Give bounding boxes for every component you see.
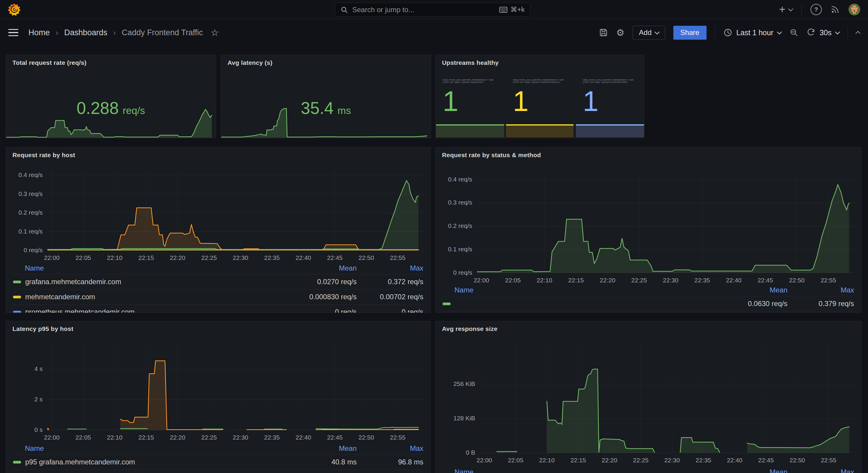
refresh-controls[interactable]: 30s [807, 28, 839, 37]
breadcrumb-home[interactable]: Home [28, 28, 50, 37]
x-axis-tick: 22:05 [498, 457, 533, 464]
stat-unit: ms [337, 105, 351, 116]
legend-series[interactable]: p95 grafana.mehmetcandemir.com [13, 458, 280, 466]
legend-header-mean[interactable]: Mean [280, 444, 357, 452]
panel-title[interactable]: Latency p95 by host [12, 325, 73, 332]
dashboard-toolbar: Home › Dashboards › Caddy Frontend Traff… [0, 19, 868, 46]
x-axis-tick: 22:50 [779, 457, 815, 464]
user-avatar[interactable] [848, 4, 860, 15]
chart-canvas[interactable] [477, 173, 857, 273]
panel-title[interactable]: Avg latency (s) [227, 59, 273, 66]
upstream-query-label: caddy_reverse_proxy_upstreams_healthy{in… [442, 79, 494, 83]
legend-header: Name Mean Max [442, 466, 854, 473]
x-axis-tick: 22:45 [748, 457, 784, 464]
legend-series[interactable] [442, 303, 710, 305]
favorite-star-icon[interactable]: ☆ [211, 27, 219, 38]
legend-header-name[interactable]: Name [13, 444, 280, 452]
chevron-down-icon [777, 30, 782, 35]
upstream-value: 1 [513, 87, 528, 115]
dashboard-settings-gear-icon[interactable]: ⚙ [616, 27, 624, 38]
help-icon[interactable]: ? [810, 4, 822, 15]
grafana-logo[interactable] [8, 3, 21, 16]
x-axis-tick: 22:50 [348, 434, 384, 441]
upstream-query-label: caddy_reverse_proxy_upstreams_healthy{in… [513, 79, 564, 83]
chevron-down-icon [835, 30, 840, 35]
legend-header-mean[interactable]: Mean [280, 264, 357, 272]
series-color-pill [13, 296, 21, 298]
upstream-bar [506, 124, 574, 137]
stat-value: 35.4 [301, 98, 334, 118]
panel-title[interactable]: Total request rate (req/s) [12, 59, 87, 66]
x-axis-tick: 22:40 [716, 276, 751, 284]
upstream-bar [576, 124, 644, 137]
legend-max-value: 0 req/s [357, 308, 423, 313]
legend-mean-value: 40.8 ms [280, 458, 357, 466]
collapse-up-icon[interactable] [856, 30, 860, 35]
breadcrumb-current-dashboard: Caddy Frontend Traffic [122, 28, 203, 37]
breadcrumb-separator: › [113, 28, 116, 37]
legend-max-value: 96.8 ms [357, 458, 423, 466]
upstream-stat: caddy_reverse_proxy_upstreams_healthy{in… [506, 55, 575, 138]
legend-series[interactable]: grafana.mehmetcandemir.com [13, 278, 280, 286]
y-axis-tick: 0.2 req/s [435, 222, 472, 230]
series-color-pill [442, 303, 451, 305]
chart-canvas[interactable] [48, 343, 426, 430]
legend-table: Name Mean Max 0.0630 req/s 0.379 req/s [442, 284, 854, 311]
legend-max-value: 0.379 req/s [787, 300, 854, 308]
upstream-value: 1 [442, 87, 458, 115]
chart-canvas[interactable] [48, 170, 426, 250]
panel-title[interactable]: Avg response size [442, 325, 497, 332]
time-range-picker[interactable]: Last 1 hour [723, 28, 781, 37]
legend-series[interactable]: mehmetcandemir.com [13, 293, 280, 301]
chart-canvas[interactable] [480, 343, 857, 453]
x-axis-tick: 22:25 [621, 276, 657, 284]
x-axis-tick: 22:35 [254, 254, 290, 262]
legend-series[interactable]: prometheus.mehmetcandemir.com [13, 308, 280, 313]
search-placeholder: Search or jump to... [352, 6, 495, 14]
time-series-chart: 22:0022:0522:1022:1522:2022:2522:3022:35… [435, 321, 861, 473]
plus-icon: + [779, 4, 785, 15]
share-button[interactable]: Share [673, 26, 707, 40]
legend-header-name[interactable]: Name [442, 468, 710, 473]
new-dashboard-button[interactable]: + [779, 4, 793, 15]
save-dashboard-button[interactable] [599, 28, 608, 37]
y-axis-tick: 0.4 req/s [6, 171, 43, 179]
x-axis-tick: 22:40 [286, 254, 321, 262]
legend-mean-value: 0.000830 req/s [280, 293, 357, 301]
x-axis-tick: 22:45 [747, 276, 783, 284]
x-axis-tick: 22:20 [590, 276, 625, 284]
panel-upstreams-healthy: Upstreams healthy caddy_reverse_proxy_up… [435, 55, 644, 138]
divider [801, 4, 802, 15]
legend-header-mean[interactable]: Mean [710, 468, 787, 473]
panel-request-rate-by-host: Request rate by host 22:0022:0522:1022:1… [6, 147, 431, 313]
zoom-out-icon[interactable] [789, 28, 798, 37]
legend-header-max[interactable]: Max [357, 264, 423, 272]
y-axis-tick: 128 KiB [435, 414, 475, 422]
legend-header-mean[interactable]: Mean [710, 286, 787, 294]
panel-total-request-rate: Total request rate (req/s) 0.288 req/s [6, 55, 216, 138]
legend-header-name[interactable]: Name [442, 286, 710, 294]
breadcrumb-separator: › [56, 28, 58, 37]
y-axis-tick: 0.1 req/s [435, 245, 472, 253]
panel-title[interactable]: Request rate by status & method [442, 151, 541, 159]
x-axis-tick: 22:00 [34, 254, 70, 262]
add-button[interactable]: Add [633, 26, 665, 40]
menu-toggle[interactable] [8, 29, 19, 36]
x-axis-tick: 22:30 [654, 457, 690, 464]
chevron-down-icon [788, 6, 793, 11]
panel-title[interactable]: Request rate by host [12, 151, 75, 159]
breadcrumb-dashboards[interactable]: Dashboards [64, 28, 107, 37]
news-rss-icon[interactable] [831, 5, 840, 14]
panel-title[interactable]: Upstreams healthy [442, 59, 499, 66]
upstream-bar [436, 124, 504, 137]
x-axis-tick: 22:00 [467, 457, 502, 464]
legend-header-name[interactable]: Name [13, 264, 280, 272]
legend-header-max[interactable]: Max [357, 444, 423, 452]
divider [715, 27, 715, 38]
y-axis-tick: 2 s [6, 396, 43, 403]
legend-header-max[interactable]: Max [787, 286, 854, 294]
x-axis-tick: 22:00 [464, 276, 499, 284]
search-input[interactable]: Search or jump to... ⌘+k [335, 3, 530, 16]
x-axis-tick: 22:25 [191, 254, 227, 262]
legend-header-max[interactable]: Max [787, 468, 854, 473]
